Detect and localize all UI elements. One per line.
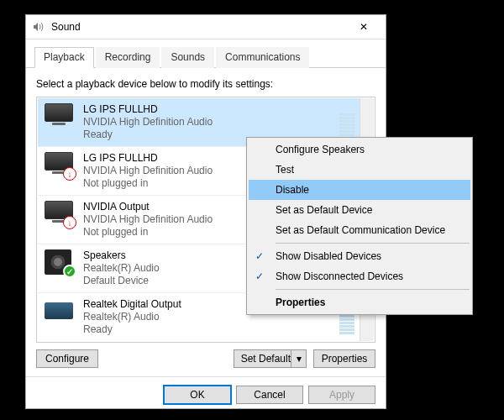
device-name: LG IPS FULLHD xyxy=(83,103,331,116)
dropdown-arrow-icon[interactable]: ▾ xyxy=(291,350,306,367)
context-menu[interactable]: Configure Speakers Test Disable Set as D… xyxy=(246,137,473,315)
separator xyxy=(276,289,470,290)
set-default-button[interactable]: Set Default ▾ xyxy=(234,349,307,368)
check-icon: ✓ xyxy=(255,270,264,282)
tab-recording[interactable]: Recording xyxy=(96,47,160,68)
titlebar[interactable]: Sound ✕ xyxy=(26,15,386,39)
apply-button[interactable]: Apply xyxy=(308,386,375,404)
tabstrip: Playback Recording Sounds Communications xyxy=(26,39,386,68)
monitor-icon xyxy=(45,103,75,130)
check-icon: ✓ xyxy=(255,250,264,262)
tab-sounds[interactable]: Sounds xyxy=(161,47,214,68)
sound-icon xyxy=(31,20,45,34)
properties-button[interactable]: Properties xyxy=(313,349,375,368)
separator xyxy=(276,243,470,244)
speaker-icon: ✓ xyxy=(45,249,75,276)
device-state: Ready xyxy=(83,323,331,336)
digital-output-icon xyxy=(45,298,75,325)
tab-communications[interactable]: Communications xyxy=(216,47,309,68)
unplugged-badge-icon: ↓ xyxy=(63,167,76,181)
close-icon: ✕ xyxy=(360,21,368,33)
ctx-set-default[interactable]: Set as Default Device xyxy=(249,200,470,220)
instruction-text: Select a playback device below to modify… xyxy=(36,78,375,90)
configure-button[interactable]: Configure xyxy=(36,349,98,368)
set-default-label: Set Default xyxy=(241,353,291,365)
default-badge-icon: ✓ xyxy=(63,265,76,278)
ctx-set-default-comm[interactable]: Set as Default Communication Device xyxy=(249,220,470,240)
ctx-properties[interactable]: Properties xyxy=(249,292,470,312)
device-driver: NVIDIA High Definition Audio xyxy=(83,116,331,129)
monitor-icon: ↓ xyxy=(45,152,75,179)
unplugged-badge-icon: ↓ xyxy=(63,216,76,229)
tab-playback[interactable]: Playback xyxy=(34,47,94,68)
ctx-test[interactable]: Test xyxy=(249,160,470,180)
ctx-show-disconnected[interactable]: ✓Show Disconnected Devices xyxy=(249,266,470,286)
cancel-button[interactable]: Cancel xyxy=(236,386,303,404)
button-row: Configure Set Default ▾ Properties xyxy=(36,343,375,368)
close-button[interactable]: ✕ xyxy=(347,15,381,39)
dialog-footer: OK Cancel Apply xyxy=(26,376,386,412)
ctx-configure-speakers[interactable]: Configure Speakers xyxy=(249,139,470,160)
ctx-disable[interactable]: Disable xyxy=(249,180,470,200)
vu-meter xyxy=(339,106,354,139)
ok-button[interactable]: OK xyxy=(164,386,231,404)
monitor-icon: ↓ xyxy=(45,201,75,228)
dialog-title: Sound xyxy=(51,21,347,33)
ctx-show-disabled[interactable]: ✓Show Disabled Devices xyxy=(249,246,470,266)
